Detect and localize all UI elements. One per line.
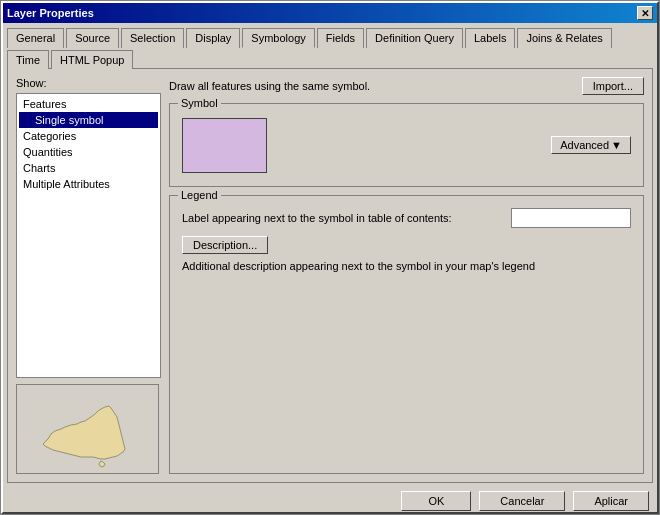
symbol-group-box: Symbol Advanced ▼ bbox=[169, 103, 644, 187]
tab-joins-relates[interactable]: Joins & Relates bbox=[517, 28, 611, 48]
advanced-button[interactable]: Advanced ▼ bbox=[551, 136, 631, 154]
tab-display[interactable]: Display bbox=[186, 28, 240, 48]
tab-fields[interactable]: Fields bbox=[317, 28, 364, 48]
advanced-label: Advanced bbox=[560, 139, 609, 151]
legend-group-title: Legend bbox=[178, 189, 221, 201]
symbol-area: Advanced ▼ bbox=[178, 108, 635, 178]
legend-label-text: Label appearing next to the symbol in ta… bbox=[182, 212, 503, 224]
tab-html-popup[interactable]: HTML Popup bbox=[51, 50, 133, 69]
tabs-row: General Source Selection Display Symbolo… bbox=[3, 23, 657, 68]
left-panel: Show: Features Single symbol Categories … bbox=[16, 77, 161, 474]
draw-description: Draw all features using the same symbol. bbox=[169, 80, 370, 92]
map-preview bbox=[16, 384, 159, 474]
tab-symbology[interactable]: Symbology bbox=[242, 28, 314, 48]
tree-item-features[interactable]: Features bbox=[19, 96, 158, 112]
tab-general[interactable]: General bbox=[7, 28, 64, 48]
tab-labels[interactable]: Labels bbox=[465, 28, 515, 48]
symbol-rectangle[interactable] bbox=[182, 118, 267, 173]
tree-item-multiple-attributes[interactable]: Multiple Attributes bbox=[19, 176, 158, 192]
legend-row: Label appearing next to the symbol in ta… bbox=[182, 208, 631, 228]
ok-button[interactable]: OK bbox=[401, 491, 471, 511]
tab-source[interactable]: Source bbox=[66, 28, 119, 48]
tab-selection[interactable]: Selection bbox=[121, 28, 184, 48]
bottom-bar: OK Cancelar Aplicar bbox=[3, 485, 657, 515]
tab-time[interactable]: Time bbox=[7, 50, 49, 69]
cancel-button[interactable]: Cancelar bbox=[479, 491, 565, 511]
show-label: Show: bbox=[16, 77, 161, 89]
symbol-group-title: Symbol bbox=[178, 97, 221, 109]
description-bar: Draw all features using the same symbol.… bbox=[169, 77, 644, 95]
tree-item-single-symbol[interactable]: Single symbol bbox=[19, 112, 158, 128]
tab-content: Show: Features Single symbol Categories … bbox=[7, 68, 653, 483]
title-bar: Layer Properties ✕ bbox=[3, 3, 657, 23]
close-button[interactable]: ✕ bbox=[637, 6, 653, 20]
legend-group-box: Legend Label appearing next to the symbo… bbox=[169, 195, 644, 474]
tree-area: Features Single symbol Categories Quanti… bbox=[16, 93, 161, 378]
window-title: Layer Properties bbox=[7, 7, 94, 19]
layer-properties-window: Layer Properties ✕ General Source Select… bbox=[1, 1, 659, 514]
description-button[interactable]: Description... bbox=[182, 236, 268, 254]
apply-button[interactable]: Aplicar bbox=[573, 491, 649, 511]
additional-description-text: Additional description appearing next to… bbox=[182, 260, 631, 272]
tree-item-charts[interactable]: Charts bbox=[19, 160, 158, 176]
import-button[interactable]: Import... bbox=[582, 77, 644, 95]
tab-definition-query[interactable]: Definition Query bbox=[366, 28, 463, 48]
right-panel: Draw all features using the same symbol.… bbox=[169, 77, 644, 474]
tree-item-quantities[interactable]: Quantities bbox=[19, 144, 158, 160]
australia-svg bbox=[23, 389, 153, 469]
dropdown-arrow-icon: ▼ bbox=[611, 139, 622, 151]
legend-content: Label appearing next to the symbol in ta… bbox=[178, 200, 635, 276]
tree-item-categories[interactable]: Categories bbox=[19, 128, 158, 144]
legend-input[interactable] bbox=[511, 208, 631, 228]
